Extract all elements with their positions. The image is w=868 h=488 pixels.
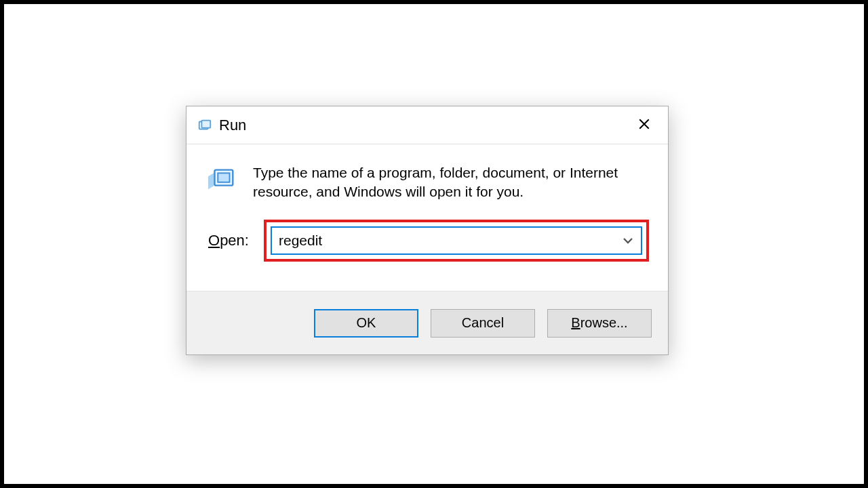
dialog-content: Type the name of a program, folder, docu… [186,144,668,291]
instruction-row: Type the name of a program, folder, docu… [203,163,652,202]
cancel-button[interactable]: Cancel [431,309,535,338]
dialog-footer: OK Cancel Browse... [186,291,668,354]
open-combobox[interactable]: regedit [271,226,642,255]
close-icon [638,118,650,133]
svg-rect-3 [218,173,229,182]
highlight-annotation: regedit [264,220,649,262]
ok-button[interactable]: OK [314,309,418,338]
close-button[interactable] [629,110,660,141]
run-title-icon [197,118,212,133]
title-left: Run [197,117,246,134]
instruction-text: Type the name of a program, folder, docu… [253,163,652,202]
browse-button[interactable]: Browse... [547,309,652,338]
input-row: Open: regedit [203,220,652,262]
browse-button-label: Browse... [571,315,627,331]
open-label: Open: [208,232,249,249]
svg-rect-1 [201,120,210,127]
run-dialog: Run Type the name of a program, folder, … [186,106,669,355]
open-combobox-value: regedit [279,232,622,249]
chevron-down-icon[interactable] [622,235,634,247]
run-program-icon [207,163,238,195]
titlebar: Run [186,106,668,144]
ok-button-label: OK [357,315,376,331]
cancel-button-label: Cancel [462,315,504,331]
dialog-title: Run [219,117,246,134]
